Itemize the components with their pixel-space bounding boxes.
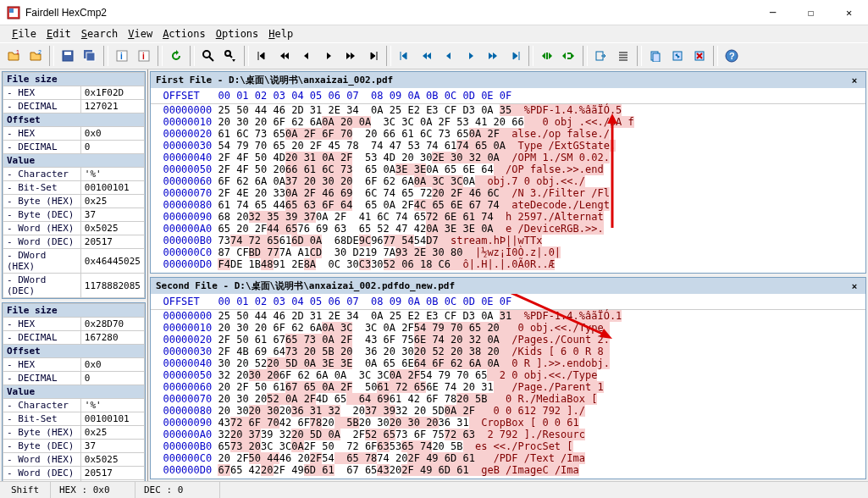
side-label: - Character: [3, 168, 81, 181]
open-first-icon[interactable]: 1: [3, 46, 24, 66]
first-match-icon[interactable]: [395, 46, 415, 66]
hex-row: 00000070 20 30 2052 0A 2F4D 65 64 6961 4…: [151, 393, 865, 405]
side-value: 37: [80, 440, 144, 453]
delete-block-icon[interactable]: [689, 46, 710, 66]
svg-line-14: [209, 57, 213, 61]
prev-diff-icon[interactable]: [296, 46, 317, 66]
svg-rect-2: [9, 8, 14, 13]
side-label: - DWord (DEC): [3, 274, 81, 298]
last-diff-icon[interactable]: [362, 46, 383, 66]
hex-row: 000000B0 6573 203C 3C0A2F 50 72 6F635365…: [151, 440, 865, 452]
menu-actions[interactable]: Actions: [159, 28, 209, 40]
hex-row: 00000040 30 20 5220 5D 0A 3E 3E 0A 65 6E…: [151, 357, 865, 369]
shift-right-icon[interactable]: [559, 46, 579, 66]
menu-search[interactable]: Search: [78, 28, 121, 40]
info-second-icon[interactable]: i: [134, 46, 154, 66]
find-next-icon[interactable]: [220, 46, 240, 66]
copy-block-icon[interactable]: [645, 46, 666, 66]
side-label: Offset: [3, 113, 145, 127]
status-shift: Shift: [0, 482, 51, 498]
side-value: '%': [80, 399, 144, 412]
next-diff-fast-icon[interactable]: [340, 46, 361, 66]
side-label: - DECIMAL: [3, 100, 81, 113]
hex-row: 00000060 6F 62 6A 0A37 20 30 20 6F 62 6A…: [151, 175, 865, 187]
goto-icon[interactable]: [591, 46, 611, 66]
side-value: 00100101: [80, 412, 144, 426]
menu-bar: File Edit Search View Actions Options He…: [0, 25, 868, 42]
hex-row: 00000010 20 30 20 6F 62 6A0A 20 0A 3C 3C…: [151, 116, 865, 128]
hex-row: 00000020 2F 50 61 6765 73 0A 2F 43 6F 75…: [151, 334, 865, 346]
close-second-panel-icon[interactable]: ×: [849, 281, 860, 291]
side-value: 0x0: [80, 127, 144, 141]
hex-row: 00000060 20 2F 50 6167 65 0A 2F 5061 72 …: [151, 381, 865, 393]
menu-options[interactable]: Options: [213, 28, 263, 40]
window-titlebar: Fairdell HexCmp2 ─ ☐ ✕: [0, 0, 868, 25]
hex-row: 000000B0 7374 72 65616D 0A 68DE9C9677 54…: [151, 235, 865, 246]
side-panel-second: File size- HEX0x28D70- DECIMAL167280Offs…: [2, 302, 146, 481]
side-label: - Byte (HEX): [3, 195, 81, 208]
side-label: - DWord (HEX): [3, 249, 81, 274]
next-match-icon[interactable]: [461, 46, 481, 66]
list-icon[interactable]: [613, 46, 633, 66]
side-label: - Bit-Set: [3, 181, 81, 195]
minimize-button[interactable]: ─: [754, 0, 792, 25]
prev-match-fast-icon[interactable]: [417, 46, 437, 66]
side-value: 1178882085: [80, 274, 144, 298]
info-first-icon[interactable]: i: [112, 46, 132, 66]
side-label: Offset: [3, 345, 145, 358]
first-file-panel: First File - D:\桌面\说明书\anxaizai_002.pdf …: [150, 71, 866, 274]
prev-match-icon[interactable]: [439, 46, 459, 66]
shift-left-icon[interactable]: [537, 46, 557, 66]
hex-row: 000000C0 87 CFBD 777A A1CD 30 D219 7A93 …: [151, 246, 865, 258]
next-match-fast-icon[interactable]: [483, 46, 503, 66]
menu-file[interactable]: File: [8, 28, 40, 40]
svg-text:i: i: [120, 52, 123, 61]
help-icon[interactable]: ?: [721, 46, 742, 66]
find-icon[interactable]: [198, 46, 218, 66]
close-first-panel-icon[interactable]: ×: [849, 75, 860, 86]
svg-rect-8: [86, 53, 95, 61]
prev-diff-fast-icon[interactable]: [274, 46, 295, 66]
menu-help[interactable]: Help: [265, 28, 296, 40]
main-area: File size- HEX0x1F02D- DECIMAL127021Offs…: [0, 69, 868, 481]
save-icon[interactable]: [58, 46, 78, 66]
refresh-icon[interactable]: [166, 46, 186, 66]
save-all-icon[interactable]: [80, 46, 100, 66]
app-icon: [7, 6, 20, 19]
first-file-title: First File - D:\桌面\说明书\anxaizai_002.pdf: [156, 74, 393, 86]
side-value: 00100101: [80, 181, 144, 195]
maximize-button[interactable]: ☐: [792, 0, 830, 25]
side-value: 0x5025: [80, 222, 144, 235]
last-match-icon[interactable]: [505, 46, 525, 66]
menu-edit[interactable]: Edit: [43, 28, 75, 40]
hex-row: 00000050 32 2030 206F 62 6A 0A 3C 3C0A 2…: [151, 369, 865, 381]
open-second-icon[interactable]: 2: [25, 46, 46, 66]
swap-block-icon[interactable]: [667, 46, 688, 66]
side-label: - DECIMAL: [3, 141, 81, 154]
menu-view[interactable]: View: [124, 28, 156, 40]
hex-row: 00000050 2F 4F 50 2066 61 6C 73 65 0A3E …: [151, 163, 865, 175]
hex-row: 000000C0 20 2F50 4446 202F54 65 7874 202…: [151, 452, 865, 464]
side-label: - Word (DEC): [3, 235, 81, 249]
hex-row: 000000A0 65 20 2F44 6576 69 63 65 52 47 …: [151, 223, 865, 235]
hex-row: 00000090 4372 6F 7042 6F7820 5B20 3020 3…: [151, 417, 865, 429]
toolbar: 1 2 i i ?: [0, 42, 868, 69]
first-hex-view[interactable]: OFFSET 00 01 02 03 04 05 06 07 08 09 0A …: [151, 88, 865, 273]
hex-row: 00000010 20 30 20 6F 62 6A0A 3C 3C 0A 2F…: [151, 322, 865, 334]
second-hex-view[interactable]: OFFSET 00 01 02 03 04 05 06 07 08 09 0A …: [151, 294, 865, 479]
side-value: 0x28D70: [80, 318, 144, 331]
side-value: 0x1F02D: [80, 86, 144, 100]
hex-row: 00000070 2F 4E 20 330A 2F 46 69 6C 74 65…: [151, 187, 865, 199]
side-value: 127021: [80, 100, 144, 113]
first-diff-icon[interactable]: [252, 46, 273, 66]
hex-row: 00000040 2F 4F 50 4D20 31 0A 2F 53 4D 20…: [151, 152, 865, 163]
hex-row: 00000080 61 74 65 4465 63 6F 64 65 0A 2F…: [151, 199, 865, 211]
hex-row: 000000D0 6765 42202F 496D 61 67 6543202F…: [151, 464, 865, 476]
hex-row: 00000030 2F 4B 69 6473 20 5B 20 36 20 30…: [151, 346, 865, 357]
side-value: '%': [80, 168, 144, 181]
side-label: - HEX: [3, 358, 81, 372]
hex-row: 00000090 68 2032 35 39 370A 2F 41 6C 74 …: [151, 211, 865, 223]
next-diff-icon[interactable]: [318, 46, 339, 66]
close-button[interactable]: ✕: [830, 0, 868, 25]
svg-point-13: [203, 51, 210, 58]
